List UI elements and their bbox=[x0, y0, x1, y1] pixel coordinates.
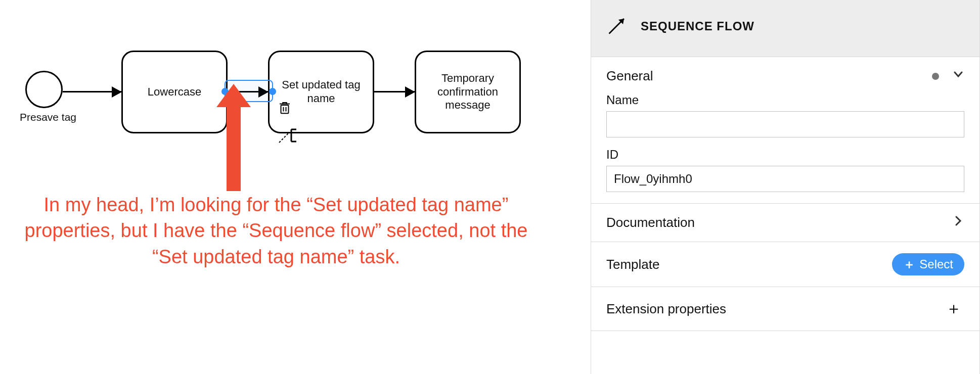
plus-icon: ＋ bbox=[946, 298, 962, 320]
section-heading: Documentation bbox=[606, 215, 695, 230]
id-input[interactable] bbox=[606, 166, 964, 192]
start-event-label: Presave tag bbox=[15, 111, 81, 123]
sequence-flow-start-to-lowercase[interactable] bbox=[63, 91, 121, 92]
svg-rect-0 bbox=[281, 105, 289, 113]
bpmn-canvas[interactable]: Presave tag Lowercase Set updated tag na… bbox=[0, 0, 591, 374]
task-temporary-confirmation-message[interactable]: Temporary confirmation message bbox=[415, 51, 521, 133]
plus-icon: ＋ bbox=[903, 256, 915, 272]
annotation-arrow bbox=[227, 100, 241, 191]
field-label-id: ID bbox=[606, 148, 964, 162]
annotation-text: In my head, I’m looking for the “Set upd… bbox=[8, 192, 544, 270]
trash-icon[interactable] bbox=[277, 100, 292, 119]
section-heading: General bbox=[606, 68, 653, 84]
section-changed-dot-icon bbox=[932, 73, 939, 80]
chevron-down-icon[interactable] bbox=[952, 68, 964, 84]
add-extension-property-button[interactable]: ＋ bbox=[943, 298, 964, 319]
sequence-flow-arrow-icon bbox=[606, 13, 630, 39]
properties-panel: SEQUENCE FLOW General Name ID bbox=[591, 0, 980, 374]
field-label-name: Name bbox=[606, 93, 964, 107]
task-lowercase[interactable]: Lowercase bbox=[121, 51, 228, 133]
section-template: Template ＋ Select bbox=[591, 242, 979, 287]
context-pad bbox=[276, 99, 332, 145]
waypoint-handle-end[interactable] bbox=[269, 88, 276, 95]
section-header-general[interactable]: General bbox=[606, 68, 964, 84]
section-heading: Template bbox=[606, 257, 660, 272]
section-general: General Name ID bbox=[591, 57, 979, 204]
start-event-presave-tag[interactable] bbox=[25, 71, 63, 108]
section-documentation[interactable]: Documentation bbox=[591, 204, 979, 242]
template-select-label: Select bbox=[919, 257, 953, 271]
section-heading: Extension properties bbox=[606, 301, 726, 317]
panel-title: SEQUENCE FLOW bbox=[641, 19, 754, 33]
svg-line-1 bbox=[279, 132, 289, 143]
chevron-right-icon bbox=[952, 215, 964, 230]
text-annotation-icon[interactable] bbox=[276, 124, 298, 147]
task-label: Lowercase bbox=[148, 85, 201, 99]
task-label: Temporary confirmation message bbox=[422, 72, 513, 112]
name-input[interactable] bbox=[606, 111, 964, 137]
template-select-button[interactable]: ＋ Select bbox=[892, 253, 964, 275]
panel-header: SEQUENCE FLOW bbox=[591, 0, 979, 57]
sequence-flow-set-updated-to-temp-confirm[interactable] bbox=[374, 91, 415, 92]
section-extension-properties: Extension properties ＋ bbox=[591, 287, 979, 331]
